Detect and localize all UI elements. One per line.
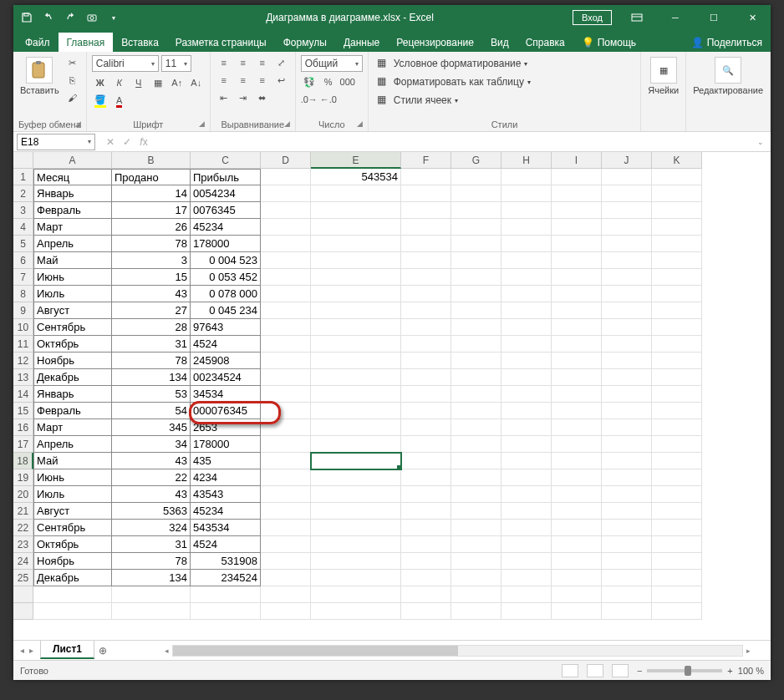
column-header[interactable]: J — [602, 152, 652, 169]
font-size-combo[interactable]: 11▾ — [161, 55, 191, 72]
cell[interactable]: 5363 — [112, 503, 191, 520]
cell[interactable] — [602, 453, 652, 469]
cell[interactable] — [602, 353, 652, 369]
cell[interactable] — [652, 185, 702, 202]
cell[interactable]: 4234 — [191, 469, 261, 486]
cell[interactable] — [602, 169, 652, 185]
page-break-view-button[interactable] — [612, 664, 629, 677]
cell[interactable]: 53 — [112, 386, 191, 403]
cell[interactable] — [501, 520, 552, 536]
number-dialog-launcher[interactable]: ◢ — [357, 119, 363, 128]
cell[interactable] — [261, 386, 311, 403]
cell[interactable] — [652, 553, 702, 570]
cell[interactable] — [261, 486, 311, 503]
cell[interactable] — [501, 503, 552, 520]
decrease-font-button[interactable]: A↓ — [188, 75, 205, 90]
cell[interactable] — [451, 386, 501, 403]
cell[interactable]: 14 — [112, 185, 191, 202]
cell[interactable] — [552, 486, 602, 503]
column-header[interactable]: G — [451, 152, 501, 169]
cell[interactable] — [602, 486, 652, 503]
cell[interactable] — [451, 586, 501, 603]
cell[interactable] — [451, 469, 501, 486]
cell[interactable] — [311, 436, 401, 453]
cell[interactable] — [261, 520, 311, 536]
cell[interactable] — [311, 503, 401, 520]
format-as-table-button[interactable]: ▦Форматировать как таблицу▾ — [374, 74, 534, 90]
row-header[interactable]: 11 — [13, 336, 33, 353]
cell[interactable] — [401, 185, 451, 202]
column-header[interactable]: F — [401, 152, 451, 169]
cell[interactable] — [501, 436, 552, 453]
cell[interactable] — [652, 453, 702, 469]
increase-decimal-button[interactable]: .0→ — [301, 92, 318, 107]
cell[interactable]: Январь — [33, 386, 112, 403]
cell[interactable]: Май — [33, 453, 112, 469]
cell[interactable] — [652, 319, 702, 336]
cell[interactable]: 134 — [112, 369, 191, 386]
cell[interactable] — [191, 586, 261, 603]
cell[interactable] — [261, 353, 311, 369]
cell[interactable] — [552, 369, 602, 386]
cell[interactable] — [552, 219, 602, 236]
zoom-in-button[interactable]: + — [727, 666, 732, 676]
cell[interactable] — [311, 236, 401, 252]
cell[interactable] — [311, 286, 401, 302]
cell[interactable] — [451, 436, 501, 453]
cell[interactable] — [552, 603, 602, 620]
cell[interactable] — [652, 269, 702, 286]
undo-icon[interactable] — [42, 11, 55, 24]
ribbon-display-icon[interactable] — [619, 5, 655, 30]
cell[interactable] — [552, 503, 602, 520]
cell[interactable]: 0054234 — [191, 185, 261, 202]
row-header[interactable]: 7 — [13, 269, 33, 286]
cell[interactable] — [552, 536, 602, 553]
cell[interactable] — [652, 236, 702, 252]
percent-format-button[interactable]: % — [320, 74, 337, 89]
cell[interactable] — [311, 269, 401, 286]
cell[interactable] — [552, 319, 602, 336]
cell[interactable] — [602, 286, 652, 302]
cell[interactable]: Ноябрь — [33, 353, 112, 369]
page-layout-view-button[interactable] — [587, 664, 603, 677]
cell[interactable] — [401, 219, 451, 236]
cell[interactable]: 4524 — [191, 336, 261, 353]
cell[interactable] — [451, 553, 501, 570]
cell[interactable] — [501, 319, 552, 336]
cell[interactable] — [552, 436, 602, 453]
cell[interactable] — [501, 419, 552, 436]
cut-button[interactable]: ✂ — [64, 55, 81, 70]
cell[interactable]: 78 — [112, 236, 191, 252]
cell[interactable] — [451, 353, 501, 369]
cell[interactable]: Февраль — [33, 202, 112, 219]
row-header[interactable]: 2 — [13, 185, 33, 202]
tab-tellme[interactable]: 💡 Помощь — [573, 33, 644, 52]
zoom-level[interactable]: 100 % — [738, 666, 764, 676]
cell[interactable]: 43 — [112, 453, 191, 469]
cell[interactable] — [552, 302, 602, 319]
clipboard-dialog-launcher[interactable]: ◢ — [75, 119, 81, 128]
cell[interactable] — [261, 286, 311, 302]
cell[interactable] — [602, 570, 652, 586]
cell-styles-button[interactable]: ▦Стили ячеек▾ — [374, 92, 534, 109]
cell[interactable] — [501, 353, 552, 369]
cell[interactable] — [552, 236, 602, 252]
cell[interactable] — [652, 169, 702, 185]
cell[interactable] — [602, 219, 652, 236]
tab-insert[interactable]: Вставка — [113, 33, 167, 52]
column-header[interactable]: I — [552, 152, 602, 169]
cell[interactable] — [311, 319, 401, 336]
cell[interactable] — [501, 386, 552, 403]
align-center-button[interactable]: ≡ — [235, 73, 252, 88]
cell[interactable]: Август — [33, 503, 112, 520]
cell[interactable] — [401, 520, 451, 536]
cell[interactable] — [191, 603, 261, 620]
cell[interactable]: 34 — [112, 436, 191, 453]
row-header[interactable]: 6 — [13, 252, 33, 269]
cell[interactable] — [261, 453, 311, 469]
cell[interactable]: 345 — [112, 419, 191, 436]
cell[interactable] — [261, 336, 311, 353]
tab-data[interactable]: Данные — [335, 33, 388, 52]
column-header[interactable]: K — [652, 152, 702, 169]
cell[interactable] — [311, 252, 401, 269]
